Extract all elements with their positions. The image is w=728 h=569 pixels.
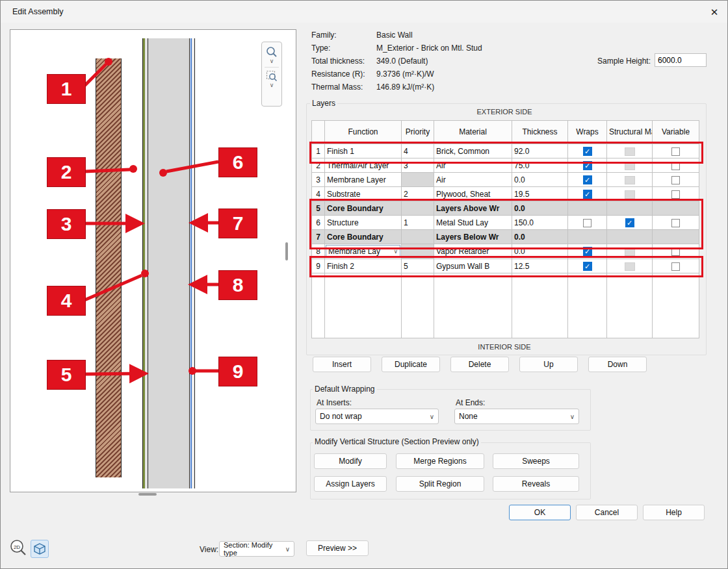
structural-checkbox[interactable] — [625, 218, 634, 227]
merge-regions-button[interactable]: Merge Regions — [396, 453, 484, 469]
duplicate-button[interactable]: Duplicate — [382, 357, 440, 372]
function-cell[interactable]: Thermal/Air Layer — [325, 158, 402, 173]
sweeps-button[interactable]: Sweeps — [493, 453, 579, 469]
function-cell[interactable]: Finish 1 — [325, 144, 402, 158]
chevron-down-icon: ∨ — [570, 413, 575, 420]
material-cell[interactable]: Brick, Common — [434, 144, 512, 158]
preview-2d-icon[interactable]: 2D — [8, 538, 28, 558]
thickness-cell: 0.0 — [512, 201, 568, 216]
structural-checkbox[interactable] — [625, 190, 635, 199]
preview-3d-icon[interactable] — [31, 540, 49, 558]
structural-checkbox[interactable] — [625, 147, 635, 156]
preview-vscrollbar[interactable] — [285, 242, 288, 260]
function-cell[interactable]: Membrane Layer — [325, 173, 402, 187]
zoom-dropdown-icon[interactable]: ∨ — [270, 58, 274, 64]
structural-checkbox[interactable] — [625, 247, 635, 256]
preview-hscrollbar[interactable] — [138, 493, 157, 496]
insert-button[interactable]: Insert — [313, 357, 371, 372]
at-inserts-dropdown[interactable]: Do not wrap ∨ — [315, 409, 439, 424]
ok-button[interactable]: OK — [509, 505, 571, 520]
chevron-down-icon[interactable]: ∨ — [393, 248, 398, 255]
down-button[interactable]: Down — [588, 357, 647, 372]
material-cell[interactable]: Metal Stud Lay — [434, 216, 512, 230]
layer-row-4[interactable]: 4 Substrate 2 Plywood, Sheat 19.5 — [312, 187, 699, 201]
up-button[interactable]: Up — [519, 357, 578, 372]
material-cell: Layers Below Wr — [434, 230, 512, 244]
row-number: 3 — [312, 173, 325, 187]
priority-cell[interactable]: 3 — [402, 158, 434, 173]
variable-checkbox[interactable] — [671, 262, 680, 271]
thickness-cell[interactable]: 12.5 — [512, 259, 568, 273]
layers-group-label: Layers — [310, 99, 337, 108]
thickness-cell[interactable]: 92.0 — [512, 144, 568, 158]
material-cell[interactable]: Plywood, Sheat — [434, 187, 512, 201]
preview-toggle-button[interactable]: Preview >> — [306, 540, 369, 556]
layer-row-3[interactable]: 3 Membrane Layer Air 0.0 — [312, 173, 699, 187]
layer-row-9[interactable]: 9 Finish 2 5 Gypsum Wall B 12.5 — [312, 259, 699, 273]
thickness-cell[interactable]: 75.0 — [512, 158, 568, 173]
layer-row-2[interactable]: 2 Thermal/Air Layer 3 Air 75.0 — [312, 158, 699, 173]
function-cell[interactable]: Finish 2 — [325, 259, 402, 273]
material-cell[interactable]: Vapor Retarder — [434, 244, 512, 259]
family-value: Basic Wall — [376, 31, 413, 40]
thickness-header: Thickness — [512, 121, 568, 144]
material-cell[interactable]: Air — [434, 158, 512, 173]
row-number: 5 — [312, 201, 325, 216]
layer-row-6[interactable]: 6 Structure 1 Metal Stud Lay 150.0 — [312, 216, 699, 230]
wraps-checkbox[interactable] — [583, 161, 592, 170]
brick-layer — [96, 58, 122, 477]
variable-checkbox[interactable] — [671, 247, 680, 256]
priority-cell[interactable]: 5 — [402, 259, 434, 273]
callout-4: 4 — [47, 286, 86, 316]
function-cell[interactable]: Substrate — [325, 187, 402, 201]
variable-checkbox[interactable] — [671, 219, 680, 227]
cancel-button[interactable]: Cancel — [576, 505, 638, 520]
layer-row-8[interactable]: 8 Membrane Lay ∨ Vapor Retarder 0.0 — [312, 244, 699, 259]
default-wrapping-label: Default Wrapping — [313, 385, 377, 394]
thickness-cell[interactable]: 0.0 — [512, 244, 568, 259]
wraps-checkbox[interactable] — [583, 219, 592, 227]
callout-1: 1 — [47, 74, 86, 104]
core-boundary-row-top[interactable]: 5 Core Boundary Layers Above Wr 0.0 — [312, 201, 699, 216]
variable-checkbox[interactable] — [671, 190, 680, 199]
material-cell[interactable]: Air — [434, 173, 512, 187]
wraps-checkbox[interactable] — [583, 175, 592, 184]
reveals-button[interactable]: Reveals — [493, 476, 579, 492]
thickness-cell[interactable]: 19.5 — [512, 187, 568, 201]
variable-checkbox[interactable] — [671, 176, 680, 184]
structural-checkbox[interactable] — [625, 162, 635, 170]
priority-cell[interactable]: 1 — [402, 216, 434, 230]
variable-checkbox[interactable] — [671, 147, 680, 156]
structural-checkbox[interactable] — [625, 176, 635, 184]
zoom-icon[interactable] — [266, 46, 278, 58]
view-dropdown[interactable]: Section: Modify type ∨ — [219, 541, 294, 557]
structural-checkbox[interactable] — [625, 262, 635, 271]
at-ends-dropdown[interactable]: None ∨ — [454, 409, 579, 424]
material-cell[interactable]: Gypsum Wall B — [434, 259, 512, 273]
modify-button[interactable]: Modify — [314, 453, 387, 469]
priority-cell[interactable]: 2 — [402, 187, 434, 201]
wraps-checkbox[interactable] — [583, 247, 592, 256]
priority-cell[interactable]: 4 — [402, 144, 434, 158]
assign-layers-button[interactable]: Assign Layers — [314, 476, 387, 492]
layer-row-1[interactable]: 1 Finish 1 4 Brick, Common 92.0 — [312, 144, 699, 158]
wraps-checkbox[interactable] — [583, 262, 592, 271]
wraps-checkbox[interactable] — [583, 147, 592, 156]
help-button[interactable]: Help — [643, 505, 705, 520]
split-region-button[interactable]: Split Region — [396, 476, 484, 492]
gypsum-layer — [192, 38, 195, 488]
core-boundary-row-bottom[interactable]: 7 Core Boundary Layers Below Wr 0.0 — [312, 230, 699, 244]
section-preview-canvas[interactable]: 1 2 3 4 5 6 7 8 9 ∨ ∨ — [10, 29, 296, 492]
priority-cell — [402, 201, 434, 216]
zoom-region-dropdown-icon[interactable]: ∨ — [270, 82, 274, 88]
wraps-checkbox[interactable] — [583, 190, 592, 199]
thickness-cell[interactable]: 150.0 — [512, 216, 568, 230]
delete-button[interactable]: Delete — [450, 357, 509, 372]
zoom-region-icon[interactable] — [266, 70, 278, 82]
close-icon[interactable]: ✕ — [705, 3, 723, 21]
thickness-cell[interactable]: 0.0 — [512, 173, 568, 187]
function-combobox[interactable]: Membrane Lay ∨ — [326, 245, 400, 258]
sample-height-input[interactable] — [655, 53, 707, 67]
variable-checkbox[interactable] — [671, 162, 680, 170]
function-cell[interactable]: Structure — [325, 216, 402, 230]
